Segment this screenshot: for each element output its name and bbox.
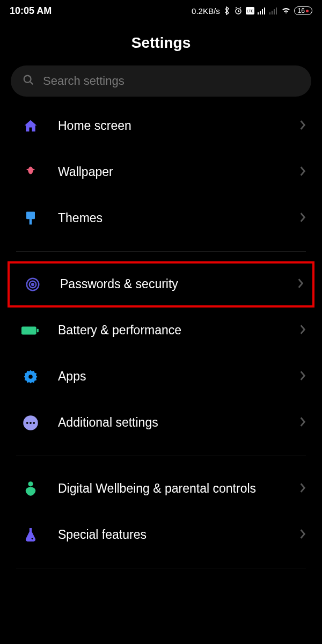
item-label: Battery & performance bbox=[58, 323, 281, 339]
item-label: Digital Wellbeing & parental controls bbox=[58, 481, 281, 497]
svg-point-25 bbox=[32, 538, 33, 539]
wifi-icon bbox=[281, 7, 291, 14]
divider bbox=[16, 251, 306, 252]
settings-list: Home screen Wallpaper Themes Passwords &… bbox=[0, 103, 322, 568]
alarm-icon bbox=[234, 6, 243, 15]
svg-rect-10 bbox=[276, 8, 277, 14]
item-label: Home screen bbox=[58, 118, 281, 134]
svg-point-21 bbox=[26, 422, 28, 424]
divider bbox=[16, 456, 306, 456]
svg-point-24 bbox=[28, 481, 33, 486]
chevron-right-icon bbox=[299, 324, 306, 337]
chevron-right-icon bbox=[297, 278, 304, 291]
svg-point-22 bbox=[30, 422, 32, 424]
status-icons: 0.2KB/s LTE 16 bbox=[192, 6, 312, 16]
svg-point-16 bbox=[32, 283, 34, 286]
sidebar-item-passwords[interactable]: Passwords & security bbox=[8, 261, 314, 308]
item-label: Special features bbox=[58, 527, 281, 543]
signal-icon bbox=[258, 7, 266, 14]
svg-rect-4 bbox=[260, 11, 261, 14]
divider bbox=[16, 568, 306, 568]
svg-rect-7 bbox=[269, 12, 270, 14]
sidebar-item-home[interactable]: Home screen bbox=[0, 103, 322, 149]
item-label: Wallpaper bbox=[58, 164, 281, 180]
svg-rect-12 bbox=[26, 211, 35, 219]
signal2-icon bbox=[269, 7, 278, 14]
status-time: 10:05 AM bbox=[10, 5, 52, 17]
svg-rect-17 bbox=[21, 327, 36, 335]
chevron-right-icon bbox=[299, 416, 306, 429]
bluetooth-icon bbox=[223, 6, 231, 15]
status-bar: 10:05 AM 0.2KB/s LTE 16 bbox=[0, 0, 322, 21]
item-label: Themes bbox=[58, 210, 281, 226]
chevron-right-icon bbox=[299, 212, 306, 225]
battery-icon bbox=[21, 321, 40, 340]
sidebar-item-battery[interactable]: Battery & performance bbox=[0, 308, 322, 354]
fingerprint-icon bbox=[24, 275, 42, 294]
svg-rect-9 bbox=[274, 9, 275, 14]
search-input[interactable] bbox=[43, 74, 299, 88]
svg-text:LTE: LTE bbox=[246, 9, 253, 13]
home-icon bbox=[21, 117, 40, 135]
page-title: Settings bbox=[0, 21, 322, 65]
sidebar-item-themes[interactable]: Themes bbox=[0, 195, 322, 241]
chevron-right-icon bbox=[299, 482, 306, 495]
dots-icon bbox=[21, 414, 40, 432]
chevron-right-icon bbox=[299, 120, 306, 133]
volte-icon: LTE bbox=[246, 7, 254, 14]
search-bar[interactable] bbox=[11, 65, 311, 97]
brush-icon bbox=[21, 209, 40, 228]
svg-rect-13 bbox=[30, 219, 32, 224]
item-label: Passwords & security bbox=[60, 276, 279, 292]
item-label: Additional settings bbox=[58, 415, 281, 431]
sidebar-item-apps[interactable]: Apps bbox=[0, 354, 322, 400]
svg-point-11 bbox=[24, 76, 31, 83]
sidebar-item-wellbeing[interactable]: Digital Wellbeing & parental controls bbox=[0, 466, 322, 512]
chevron-right-icon bbox=[299, 370, 306, 383]
svg-rect-18 bbox=[37, 329, 39, 332]
svg-point-23 bbox=[33, 422, 35, 424]
gear-icon bbox=[21, 368, 40, 386]
sidebar-item-special[interactable]: Special features bbox=[0, 512, 322, 558]
sidebar-item-additional[interactable]: Additional settings bbox=[0, 400, 322, 446]
svg-rect-5 bbox=[262, 9, 263, 14]
data-rate: 0.2KB/s bbox=[192, 6, 220, 16]
svg-rect-6 bbox=[264, 8, 265, 14]
flower-icon bbox=[21, 163, 40, 181]
heart-icon bbox=[21, 480, 40, 498]
search-icon bbox=[23, 74, 34, 88]
battery-indicator: 16 bbox=[294, 6, 312, 15]
item-label: Apps bbox=[58, 369, 281, 385]
chevron-right-icon bbox=[299, 166, 306, 179]
chevron-right-icon bbox=[299, 529, 306, 541]
svg-rect-8 bbox=[272, 11, 273, 14]
sidebar-item-wallpaper[interactable]: Wallpaper bbox=[0, 149, 322, 195]
svg-rect-3 bbox=[258, 12, 259, 14]
flask-icon bbox=[21, 526, 40, 544]
svg-point-19 bbox=[28, 375, 33, 379]
